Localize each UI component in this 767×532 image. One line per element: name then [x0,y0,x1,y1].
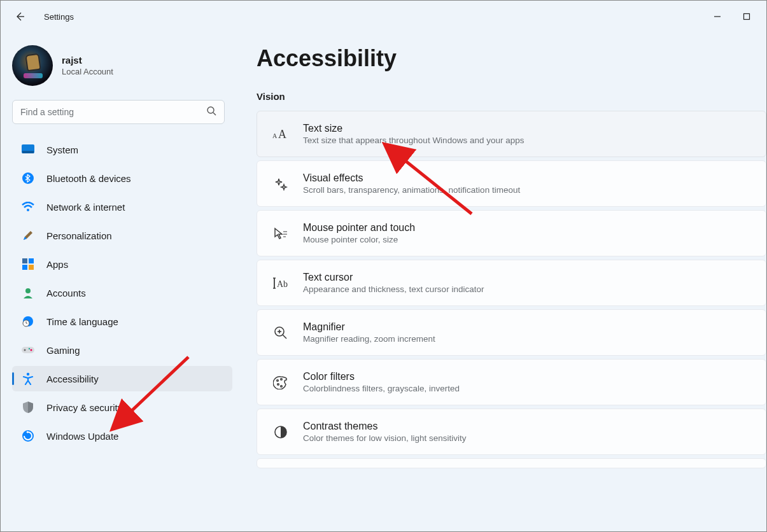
shield-icon [21,400,35,414]
profile-subtitle: Local Account [62,67,113,76]
card-title: Text cursor [303,272,484,283]
card-title: Contrast themes [303,421,467,432]
nav-item-personalization[interactable]: Personalization [12,223,232,248]
nav-item-privacy[interactable]: Privacy & security [12,395,232,420]
search-input[interactable] [20,107,206,117]
svg-line-28 [283,335,286,339]
svg-point-19 [27,373,29,375]
titlebar: Settings [1,1,766,32]
nav-item-time[interactable]: Time & language [12,309,232,334]
card-subtitle: Mouse pointer color, size [303,235,415,244]
svg-text:A: A [272,132,278,139]
svg-rect-5 [22,151,34,153]
card-subtitle: Magnifier reading, zoom increment [303,334,435,344]
profile-block[interactable]: rajst Local Account [1,45,236,86]
svg-point-33 [281,385,283,387]
card-title: Color filters [303,371,460,382]
card-visual-effects[interactable]: Visual effects Scroll bars, transparency… [257,160,766,207]
svg-point-34 [281,378,283,380]
nav-item-system[interactable]: System [12,137,232,162]
svg-point-31 [277,379,279,381]
window-title: Settings [44,12,74,22]
person-icon [21,286,35,300]
svg-rect-9 [29,258,34,263]
sparkle-icon [272,176,289,192]
palette-icon [272,374,289,391]
card-subtitle: Appearance and thickness, text cursor in… [303,284,484,294]
nav-label: Personalization [46,230,112,241]
svg-rect-8 [22,258,27,263]
clock-globe-icon [21,314,35,328]
avatar [12,45,53,86]
search-box[interactable] [12,100,225,124]
card-subtitle: Color themes for low vision, light sensi… [303,433,467,443]
card-subtitle: Scroll bars, transparency, animations, n… [303,185,520,195]
svg-text:A: A [278,128,286,141]
card-text-cursor[interactable]: Ab Text cursor Appearance and thickness,… [257,260,766,306]
wifi-icon [21,200,35,214]
nav-label: System [46,144,78,155]
nav-item-accounts[interactable]: Accounts [12,280,232,305]
nav-list: System Bluetooth & devices Network & int… [1,137,236,449]
card-contrast-themes[interactable]: Contrast themes Color themes for low vis… [257,409,766,455]
page-title: Accessibility [257,45,766,72]
svg-point-2 [208,107,214,113]
card-list: AA Text size Text size that appears thro… [257,111,766,468]
gamepad-icon [21,343,35,357]
svg-point-16 [24,349,26,351]
card-title: Mouse pointer and touch [303,222,415,234]
nav-label: Privacy & security [46,402,122,413]
nav-label: Windows Update [46,431,118,442]
card-partial-next[interactable] [257,458,766,468]
card-mouse-pointer[interactable]: Mouse pointer and touch Mouse pointer co… [257,210,766,256]
svg-line-3 [213,113,216,115]
nav-label: Accounts [46,288,86,298]
svg-point-12 [25,288,31,293]
profile-name: rajst [62,55,113,66]
back-button[interactable] [13,10,26,23]
card-text-size[interactable]: AA Text size Text size that appears thro… [257,111,766,157]
card-title: Text size [303,123,524,134]
nav-label: Bluetooth & devices [46,173,131,184]
svg-text:Ab: Ab [277,279,288,289]
svg-point-7 [27,209,29,211]
nav-label: Time & language [46,316,118,327]
nav-label: Network & internet [46,202,125,213]
nav-label: Apps [46,259,68,270]
nav-item-apps[interactable]: Apps [12,251,232,277]
magnifier-icon [272,325,289,341]
minimize-button[interactable] [703,6,732,27]
svg-point-17 [31,349,32,351]
svg-rect-15 [22,347,34,353]
svg-rect-10 [22,265,27,270]
svg-point-18 [29,348,30,349]
card-magnifier[interactable]: Magnifier Magnifier reading, zoom increm… [257,309,766,356]
bluetooth-icon [21,171,35,185]
svg-rect-1 [744,14,750,20]
main-content: Accessibility Vision AA Text size Text s… [236,32,766,531]
nav-item-network[interactable]: Network & internet [12,194,232,220]
card-title: Magnifier [303,321,435,333]
section-label: Vision [257,91,766,102]
contrast-icon [272,424,289,440]
apps-icon [21,257,35,271]
cursor-icon [272,225,289,242]
sidebar: rajst Local Account System [1,32,236,531]
card-title: Visual effects [303,172,520,184]
svg-point-32 [278,383,279,385]
search-icon [206,106,216,118]
nav-item-bluetooth[interactable]: Bluetooth & devices [12,165,232,191]
card-subtitle: Text size that appears throughout Window… [303,136,524,145]
maximize-button[interactable] [732,6,761,27]
svg-rect-11 [29,265,34,270]
nav-item-accessibility[interactable]: Accessibility [12,366,232,391]
nav-label: Accessibility [46,374,99,384]
window-controls [703,6,761,27]
paintbrush-icon [21,228,35,242]
nav-label: Gaming [46,345,80,356]
accessibility-icon [21,372,35,386]
card-color-filters[interactable]: Color filters Colorblindness filters, gr… [257,359,766,405]
text-size-icon: AA [272,126,289,143]
nav-item-gaming[interactable]: Gaming [12,337,232,363]
nav-item-update[interactable]: Windows Update [12,423,232,449]
